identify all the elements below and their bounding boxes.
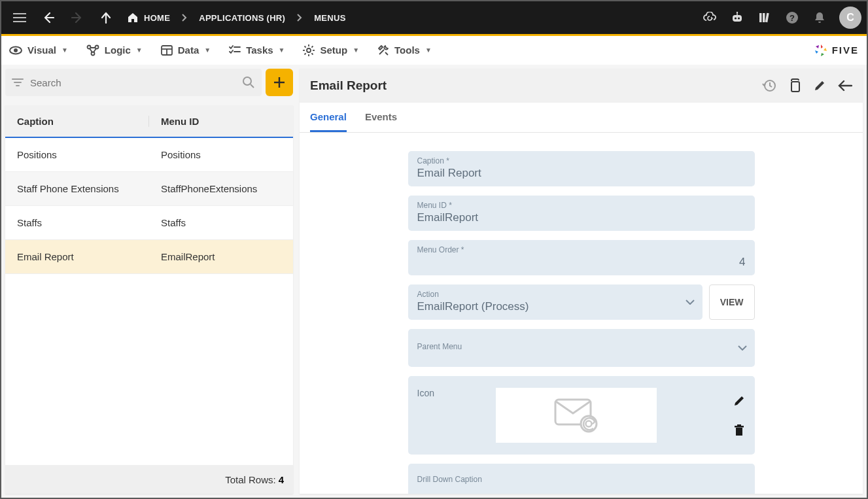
add-button[interactable] [266,69,293,96]
search-box[interactable] [5,69,262,96]
home-icon [127,12,139,23]
chevron-down-icon [686,300,695,305]
menu-visual[interactable]: Visual▼ [9,44,68,56]
svg-point-5 [738,17,740,19]
svg-rect-8 [759,13,762,22]
library-icon[interactable] [752,5,778,31]
field-parent-menu[interactable]: Parent Menu [408,329,755,367]
svg-rect-43 [735,426,744,428]
view-button-label: VIEW [720,297,744,307]
svg-text:?: ? [790,13,795,23]
menu-tools[interactable]: Tools▼ [377,44,432,56]
field-parent-menu-label: Parent Menu [417,342,746,351]
back-icon[interactable] [35,5,61,31]
svg-point-14 [14,48,18,52]
email-at-icon [553,398,599,433]
logo-text: FIVE [832,44,859,56]
tabs: General Events [300,103,863,133]
menu-data-label: Data [178,44,200,56]
svg-line-34 [251,84,254,88]
edit-icon[interactable] [813,79,826,92]
logo-icon [814,43,828,58]
field-menu-id[interactable]: Menu ID * EmailReport [408,196,755,231]
menu-visual-label: Visual [27,44,56,56]
menu-tasks-label: Tasks [246,44,273,56]
svg-rect-9 [763,13,765,22]
view-button[interactable]: VIEW [709,284,755,320]
footer-value: 4 [279,474,284,485]
row-menuid: Positions [149,149,293,160]
filter-icon[interactable] [12,78,24,87]
field-caption[interactable]: Caption * Email Report [408,151,755,186]
tools-icon [377,44,389,56]
col-menuid[interactable]: Menu ID [149,116,293,127]
copy-icon[interactable] [788,78,801,93]
field-menu-order[interactable]: Menu Order * 4 [408,240,755,275]
menu-data[interactable]: Data▼ [161,44,211,56]
svg-rect-10 [765,13,769,22]
gear-icon [303,44,315,56]
breadcrumb-menus-label: MENUS [314,13,345,23]
svg-line-27 [312,53,313,54]
form-scroll[interactable]: Caption * Email Report Menu ID * EmailRe… [300,133,863,494]
forward-icon [64,5,90,31]
svg-line-28 [305,53,306,54]
table-icon [161,45,173,56]
svg-rect-44 [737,424,741,426]
field-menu-id-label: Menu ID * [417,201,746,210]
bot-icon[interactable] [724,5,750,31]
row-caption: Email Report [5,251,149,262]
table-row[interactable]: PositionsPositions [5,138,293,172]
table-row[interactable]: StaffsStaffs [5,206,293,240]
search-input[interactable] [30,77,242,88]
field-caption-value: Email Report [417,167,746,180]
breadcrumb-applications[interactable]: APPLICATIONS (HR) [194,13,290,23]
breadcrumb-home-label: HOME [144,13,170,23]
field-caption-label: Caption * [417,156,746,165]
list-footer: Total Rows: 4 [5,465,293,494]
cloud-sync-icon[interactable] [697,5,723,31]
field-action[interactable]: Action EmailReport (Process) [408,284,703,320]
menu-setup[interactable]: Setup▼ [303,44,359,56]
field-action-value: EmailReport (Process) [417,300,693,313]
menu-tasks[interactable]: Tasks▼ [229,44,285,56]
icon-preview [496,388,657,443]
table-row[interactable]: Staff Phone ExtensionsStaffPhoneExtensio… [5,172,293,206]
bell-icon[interactable] [807,5,833,31]
tab-general[interactable]: General [310,111,347,132]
tab-events[interactable]: Events [365,111,397,132]
history-icon[interactable] [762,78,776,93]
user-avatar[interactable]: C [839,7,861,29]
breadcrumb-home[interactable]: HOME [122,12,175,23]
eye-icon [9,46,22,55]
help-icon[interactable]: ? [779,5,805,31]
col-caption[interactable]: Caption [5,116,149,127]
row-menuid: StaffPhoneExtensions [149,183,293,194]
svg-line-26 [305,46,306,47]
detail-header: Email Report [300,69,863,103]
up-icon[interactable] [93,5,119,31]
list-card: Caption Menu ID PositionsPositionsStaff … [5,105,293,494]
svg-rect-38 [791,82,799,92]
checklist-icon [229,45,241,56]
breadcrumb-menus[interactable]: MENUS [309,13,351,23]
row-caption: Positions [5,149,149,160]
field-icon-label: Icon [417,388,489,398]
avatar-letter: C [846,12,854,24]
icon-delete-button[interactable] [734,424,744,436]
menu-logic[interactable]: Logic▼ [86,44,143,56]
chevron-down-icon [738,345,747,351]
icon-edit-button[interactable] [733,394,746,407]
main-area: Caption Menu ID PositionsPositionsStaff … [1,65,867,498]
row-caption: Staff Phone Extensions [5,183,149,194]
table-row[interactable]: Email ReportEmailReport [5,240,293,274]
field-drill-down[interactable]: Drill Down Caption [408,464,755,494]
svg-point-33 [243,77,251,85]
hamburger-icon[interactable] [7,5,33,31]
logic-icon [86,44,99,56]
field-drill-down-label: Drill Down Caption [417,475,746,484]
footer-label: Total Rows: [225,474,276,485]
back-arrow-icon[interactable] [838,80,852,92]
svg-rect-42 [736,428,742,436]
search-icon[interactable] [242,76,255,89]
